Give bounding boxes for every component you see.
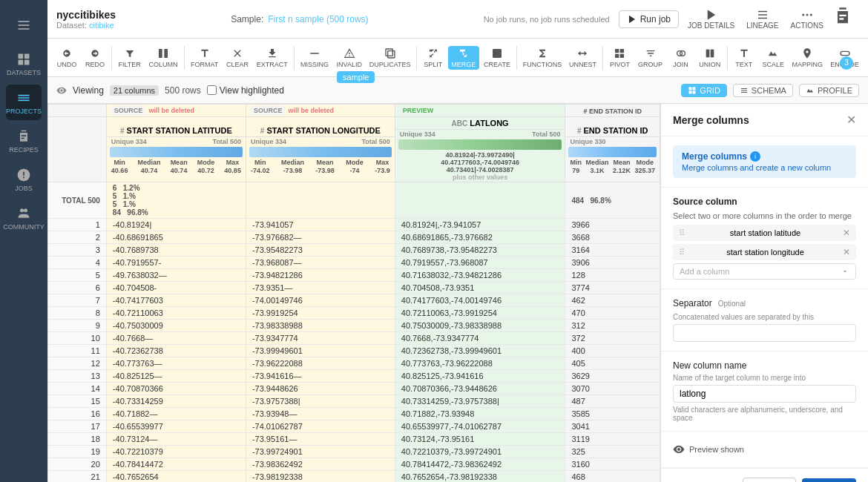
sidebar-item-recipes[interactable]: RECIPES [6,123,42,159]
job-details-action[interactable]: JOB DETAILS [688,8,734,30]
total-lon [246,182,395,219]
highlighted-checkbox[interactable] [207,85,217,95]
col-lat-name: START STATION LATITUDE [127,126,232,135]
undo-button[interactable]: UNDO [53,46,80,70]
separator-label: Separator [673,298,712,308]
col-latlong-sample: 40.81924|-73.9972490| 40.47177603,-74.00… [395,151,565,182]
end-col-group-label: # END STATION ID [583,108,642,115]
union-button[interactable]: UNION [696,46,724,70]
column-button[interactable]: COLUMN [145,46,180,70]
split-button[interactable]: SPLIT [420,46,447,70]
sidebar-item-jobs[interactable]: JOBS [6,162,42,197]
col-lon-total: Total 500 [361,138,389,145]
table-row: 21 -40.7652654 -73.98192338 40.7652654,-… [48,471,660,483]
duplicates-button[interactable]: DUPLICATES [366,46,413,70]
functions-button[interactable]: FUNCTIONS [520,46,565,70]
dataset-link[interactable]: citibike [89,21,114,30]
recip-icon[interactable]: 3 [832,6,859,33]
col-group-row: SOURCE will be deleted SOURCE will be de… [48,105,660,117]
separator-input[interactable] [673,324,856,342]
join-button[interactable]: JOIN [668,46,694,70]
divider-4 [416,46,417,70]
topbar: nyccitibikes Dataset: citibike Sample: F… [47,0,868,39]
sample-link[interactable]: First n sample (500 rows) [268,14,368,24]
clear-button[interactable]: CLEAR [223,46,252,70]
divider-2 [184,46,185,70]
scale-button[interactable]: SCALE [759,46,788,70]
lineage-action[interactable]: LINEAGE [746,8,778,30]
unnest-button[interactable]: UNNEST [566,46,600,70]
table-row: 13 -40.825125— -73.941616— 40.825125,-73… [48,370,660,383]
cancel-button[interactable]: Cancel [743,478,795,482]
col-end-header[interactable]: # END STATION ID Unique 330 Min 79 [565,117,660,182]
table-row: 17 -40.65539977 -74.01062787 40.65539977… [48,420,660,433]
table-row: 14 -40.70870366 -73.9448626 40.70870366,… [48,383,660,395]
create-button[interactable]: CREATE [481,46,513,70]
mapping-button[interactable]: MAPPING [789,46,826,70]
extract-button[interactable]: EXTRACT [254,46,291,70]
remove-col-1[interactable]: ✕ [843,228,850,238]
topbar-actions: JOB DETAILS LINEAGE ACTIONS [688,8,823,30]
grid-view-button[interactable]: GRID [681,84,727,97]
sidebar: DATASETS PROJECTS RECIPES JOBS COMMUNITY [0,0,47,482]
merge-panel-close[interactable]: ✕ [846,113,856,127]
add-column-dropdown[interactable]: Add a column [673,263,856,280]
source-col-item-2: ⠿ start station longitude ✕ [673,244,856,260]
data-area: SOURCE will be deleted SOURCE will be de… [47,104,868,482]
drag-handle-1[interactable]: ⠿ [679,228,685,238]
col-lat-max: 40.85 [224,167,241,174]
will-be-deleted-2: will be deleted [288,107,334,114]
svg-rect-16 [310,53,319,53]
table-body: 1 -40.81924| -73.941057 40.81924|,-73.94… [48,219,660,483]
format-button[interactable]: FORMAT [188,46,222,70]
svg-point-11 [802,14,804,16]
table-row: 4 -40.7919557- -73.968087— 40.7919557,-7… [48,257,660,269]
col-group-preview: PREVIEW [395,105,565,117]
svg-rect-23 [689,87,692,90]
merge-panel-header: Merge columns ✕ [661,104,868,136]
data-table-container[interactable]: SOURCE will be deleted SOURCE will be de… [47,104,660,482]
viewing-label: Viewing [73,85,104,96]
col-latlong-header[interactable]: ABC LATLONG Unique 334 Total 500 40.8192… [395,117,565,182]
svg-rect-2 [19,28,30,30]
col-lon-name: START STATION LONGITUDE [266,126,380,135]
invalid-button[interactable]: INVALID [333,46,365,70]
preview-shown-text: Preview shown [689,445,744,454]
text-button[interactable]: TEXT [731,46,757,70]
source-col-name-2: start station longitude [726,248,804,257]
sidebar-item-datasets[interactable]: DATASETS [6,46,42,82]
data-table: SOURCE will be deleted SOURCE will be de… [47,104,660,482]
new-col-name-input[interactable] [673,385,856,403]
col-lat-max-label: Max [224,159,241,166]
run-job-button[interactable]: Run job [619,10,679,28]
sidebar-item-projects[interactable]: PROJECTS [6,85,42,120]
apply-button[interactable]: Apply [802,478,856,482]
columns-count[interactable]: 21 columns [110,85,159,96]
sidebar-item-community[interactable]: COMMUNITY [6,200,42,236]
svg-marker-9 [629,15,635,23]
col-lat-histogram [110,147,243,157]
schema-view-button[interactable]: SCHEMA [733,84,793,97]
merge-info-desc: Merge columns and create a new column [682,163,847,172]
redo-button[interactable]: REDO [82,46,108,70]
group-button[interactable]: GROUP [635,46,666,70]
col-lon-unique: Unique 334 [251,138,286,145]
col-lat-header[interactable]: # START STATION LATITUDE Unique 334 Tota… [106,117,246,182]
remove-col-2[interactable]: ✕ [843,247,850,257]
view-highlighted-checkbox[interactable]: View highlighted [207,85,284,96]
sidebar-item-menu[interactable] [6,7,42,43]
table-row: 10 -40.7668— -73.9347774 40.7668,-73.934… [48,332,660,345]
source-label-2: SOURCE [251,106,286,115]
divider-6 [602,46,603,70]
profile-view-button[interactable]: PROFILE [799,84,859,97]
pivot-button[interactable]: PIVOT [606,46,633,70]
table-row: 9 -40.75030009 -73.98338988 40.75030009,… [48,320,660,332]
missing-button[interactable]: MISSING [297,46,332,70]
filter-button[interactable]: FILTER [115,46,145,70]
drag-handle-2[interactable]: ⠿ [679,248,685,257]
actions-action[interactable]: ACTIONS [791,8,823,30]
col-lon-min: -74.02 [251,167,270,174]
merge-button[interactable]: MERGE [448,46,479,70]
svg-point-7 [20,208,24,212]
col-lon-header[interactable]: # START STATION LONGITUDE Unique 334 Tot… [246,117,395,182]
